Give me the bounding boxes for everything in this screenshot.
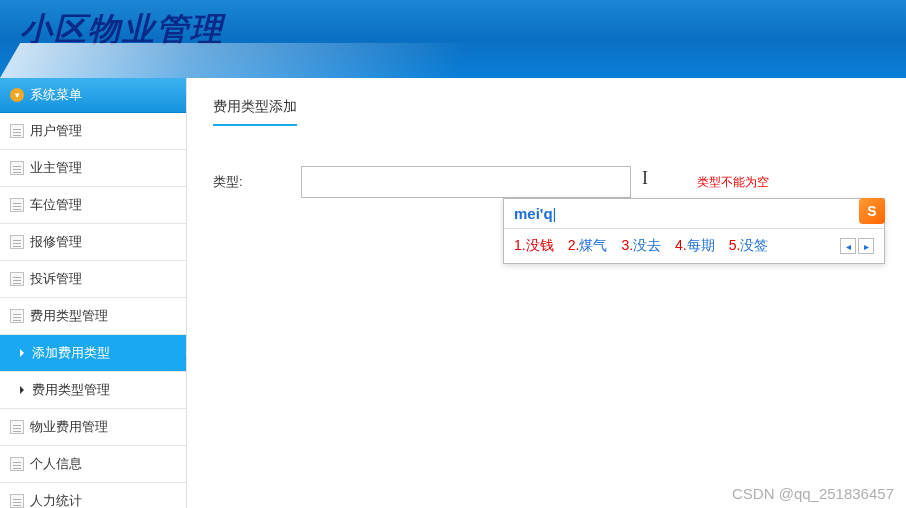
- list-icon: [10, 457, 24, 471]
- sidebar-item-user-mgmt[interactable]: 用户管理: [0, 113, 186, 150]
- ime-panel: mei'q S 1.没钱 2.煤气 3.没去 4.每期 5.没签: [503, 198, 885, 264]
- sidebar-item-fee-type-mgmt[interactable]: 费用类型管理: [0, 298, 186, 335]
- watermark: CSDN @qq_251836457: [732, 485, 894, 502]
- ime-candidate[interactable]: 5.没签: [729, 237, 769, 255]
- list-icon: [10, 272, 24, 286]
- ime-candidate[interactable]: 3.没去: [621, 237, 661, 255]
- sidebar-item-label: 物业费用管理: [30, 418, 108, 436]
- sidebar-item-parking-mgmt[interactable]: 车位管理: [0, 187, 186, 224]
- list-icon: [10, 420, 24, 434]
- sidebar-menu-header[interactable]: ▾ 系统菜单: [0, 78, 186, 113]
- list-icon: [10, 124, 24, 138]
- list-icon: [10, 161, 24, 175]
- ime-candidate[interactable]: 4.每期: [675, 237, 715, 255]
- sidebar-item-label: 报修管理: [30, 233, 82, 251]
- ime-candidate-list: 1.没钱 2.煤气 3.没去 4.每期 5.没签 ◂ ▸: [504, 229, 884, 263]
- sogou-logo-icon: S: [859, 198, 885, 224]
- type-label: 类型:: [213, 173, 253, 191]
- ime-candidate[interactable]: 2.煤气: [568, 237, 608, 255]
- sidebar-item-label: 投诉管理: [30, 270, 82, 288]
- ime-input-text: mei'q: [514, 205, 553, 222]
- app-title: 小区物业管理: [20, 8, 906, 52]
- sidebar-subitem-fee-type-mgmt[interactable]: 费用类型管理: [0, 372, 186, 409]
- sidebar-subitem-label: 费用类型管理: [32, 381, 110, 399]
- list-icon: [10, 235, 24, 249]
- sidebar-item-label: 个人信息: [30, 455, 82, 473]
- sidebar-item-owner-mgmt[interactable]: 业主管理: [0, 150, 186, 187]
- ime-next-page-icon[interactable]: ▸: [858, 238, 874, 254]
- list-icon: [10, 494, 24, 508]
- collapse-icon: ▾: [10, 88, 24, 102]
- sidebar-item-label: 业主管理: [30, 159, 82, 177]
- list-icon: [10, 309, 24, 323]
- main-content: 费用类型添加 类型: 类型不能为空 I mei'q S 1.没钱 2.煤气 3.…: [187, 78, 906, 508]
- sidebar-item-complaint-mgmt[interactable]: 投诉管理: [0, 261, 186, 298]
- sidebar-menu-label: 系统菜单: [30, 86, 82, 104]
- form-row-type: 类型: 类型不能为空: [213, 166, 880, 198]
- ime-prev-page-icon[interactable]: ◂: [840, 238, 856, 254]
- text-cursor-icon: I: [642, 168, 648, 189]
- page-title: 费用类型添加: [213, 98, 297, 126]
- type-error: 类型不能为空: [697, 174, 769, 191]
- app-header: 小区物业管理: [0, 0, 906, 78]
- ime-pager: ◂ ▸: [840, 238, 874, 254]
- arrow-right-icon: [20, 386, 28, 394]
- sidebar: ▾ 系统菜单 用户管理 业主管理 车位管理 报修管理 投诉管理 费用类型管理: [0, 78, 187, 508]
- sidebar-item-repair-mgmt[interactable]: 报修管理: [0, 224, 186, 261]
- sidebar-item-label: 车位管理: [30, 196, 82, 214]
- sidebar-item-label: 费用类型管理: [30, 307, 108, 325]
- list-icon: [10, 198, 24, 212]
- type-input[interactable]: [301, 166, 631, 198]
- arrow-right-icon: [20, 349, 28, 357]
- ime-candidate[interactable]: 1.没钱: [514, 237, 554, 255]
- sidebar-item-label: 人力统计: [30, 492, 82, 508]
- ime-composition: mei'q S: [504, 199, 884, 229]
- sidebar-item-property-fee-mgmt[interactable]: 物业费用管理: [0, 409, 186, 446]
- sidebar-subitem-add-fee-type[interactable]: 添加费用类型: [0, 335, 186, 372]
- sidebar-item-label: 用户管理: [30, 122, 82, 140]
- sidebar-subitem-label: 添加费用类型: [32, 344, 110, 362]
- sidebar-item-profile[interactable]: 个人信息: [0, 446, 186, 483]
- sidebar-item-hr-stats[interactable]: 人力统计: [0, 483, 186, 508]
